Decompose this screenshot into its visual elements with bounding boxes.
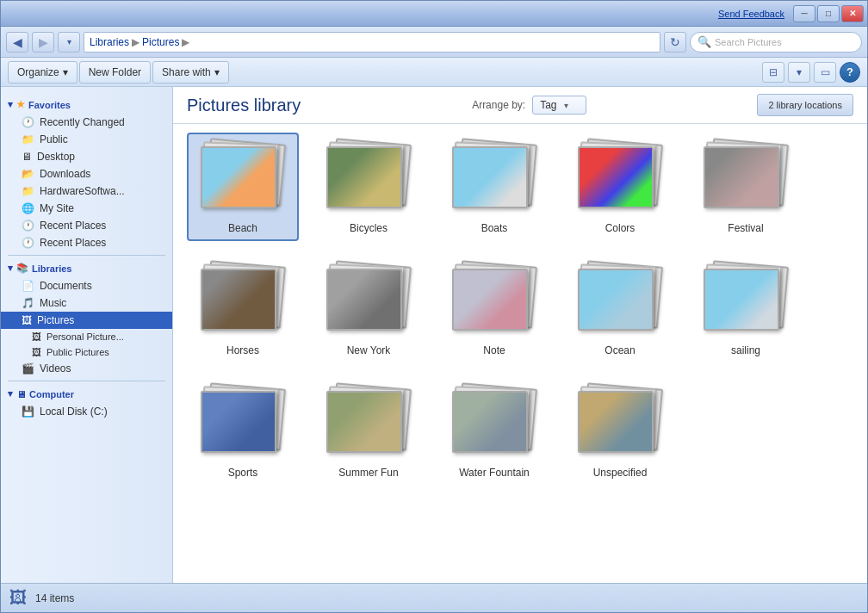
folder-item-bicycles[interactable]: Bicycles bbox=[313, 133, 425, 241]
organize-button[interactable]: Organize ▾ bbox=[8, 61, 78, 84]
hardwaresoftware-label: HardwareSoftwa... bbox=[40, 185, 125, 197]
main-content: Pictures library Arrange by: Tag 2 libra… bbox=[173, 87, 867, 583]
folder-label-unspecified: Unspecified bbox=[593, 467, 648, 479]
folder-thumbnail-beach bbox=[201, 146, 276, 208]
minimize-button[interactable]: ─ bbox=[793, 5, 815, 22]
sidebar-item-hardwaresoftware[interactable]: 📁 HardwareSoftwa... bbox=[1, 183, 172, 200]
sidebar-item-mysite[interactable]: 🌐 My Site bbox=[1, 200, 172, 217]
address-path[interactable]: Libraries ▶ Pictures ▶ bbox=[84, 32, 660, 53]
folder-item-sports[interactable]: Sports bbox=[187, 377, 299, 486]
refresh-button[interactable]: ↻ bbox=[664, 32, 686, 53]
personal-pictures-icon: 🖼 bbox=[32, 331, 41, 342]
back-button[interactable]: ◀ bbox=[6, 32, 28, 53]
sidebar-item-public-pictures[interactable]: 🖼 Public Pictures bbox=[1, 344, 172, 360]
recent-places-label: Recent Places bbox=[40, 220, 106, 232]
sidebar-divider-2 bbox=[8, 381, 165, 381]
share-with-button[interactable]: Share with ▾ bbox=[152, 61, 229, 84]
sidebar-section-favorites: ▾ ★ Favorites 🕐 Recently Changed 📁 Publi… bbox=[1, 96, 172, 251]
folder-item-sailing[interactable]: sailing bbox=[690, 255, 802, 363]
recently-changed-label: Recently Changed bbox=[40, 116, 125, 128]
recently-changed-icon: 🕐 bbox=[22, 116, 34, 128]
close-button[interactable]: ✕ bbox=[841, 5, 864, 22]
desktop-icon: 🖥 bbox=[22, 151, 32, 163]
computer-icon: 🖥 bbox=[16, 389, 26, 399]
arrange-label: Arrange by: bbox=[472, 99, 525, 111]
folder-label-note: Note bbox=[483, 344, 505, 356]
sidebar-item-desktop[interactable]: 🖥 Desktop bbox=[1, 148, 172, 165]
folder-item-summerfun[interactable]: Summer Fun bbox=[313, 377, 425, 486]
folder-label-horses: Horses bbox=[226, 344, 259, 356]
send-feedback-link[interactable]: Send Feedback bbox=[718, 9, 784, 19]
local-disk-icon: 💾 bbox=[22, 406, 34, 418]
sidebar-item-documents[interactable]: 📄 Documents bbox=[1, 277, 172, 294]
sidebar-libraries-label: Libraries bbox=[32, 263, 71, 274]
folder-thumbnail-unspecified bbox=[578, 391, 654, 453]
recent-places2-icon: 🕐 bbox=[22, 237, 34, 249]
mysite-icon: 🌐 bbox=[22, 202, 34, 214]
sidebar-favorites-header[interactable]: ▾ ★ Favorites bbox=[1, 96, 172, 114]
files-grid: BeachBicyclesBoatsColorsFestivalHorsesNe… bbox=[173, 124, 867, 583]
path-libraries[interactable]: Libraries bbox=[90, 36, 129, 48]
arrange-value: Tag bbox=[540, 99, 556, 111]
favorites-star-icon: ★ bbox=[16, 99, 25, 110]
sidebar-computer-label: Computer bbox=[29, 389, 74, 399]
forward-button[interactable]: ▶ bbox=[32, 32, 54, 53]
folder-label-festival: Festival bbox=[728, 222, 763, 234]
maximize-button[interactable]: □ bbox=[817, 5, 840, 22]
folder-item-festival[interactable]: Festival bbox=[690, 133, 802, 241]
folder-label-colors: Colors bbox=[605, 222, 636, 234]
folder-thumbnail-festival bbox=[704, 146, 779, 208]
documents-label: Documents bbox=[40, 280, 92, 292]
main-window: Send Feedback ─ □ ✕ ◀ ▶ ▾ Libraries ▶ Pi… bbox=[0, 0, 868, 613]
sidebar-libraries-header[interactable]: ▾ 📚 Libraries bbox=[1, 259, 172, 277]
organize-dropdown-arrow: ▾ bbox=[63, 66, 68, 78]
sidebar-item-personal-pictures[interactable]: 🖼 Personal Picture... bbox=[1, 329, 172, 344]
dropdown-button[interactable]: ▾ bbox=[58, 32, 80, 53]
folder-item-horses[interactable]: Horses bbox=[187, 255, 299, 363]
folder-label-ocean: Ocean bbox=[604, 344, 635, 356]
new-folder-button[interactable]: New Folder bbox=[79, 61, 151, 84]
sidebar-item-videos[interactable]: 🎬 Videos bbox=[1, 360, 172, 377]
search-placeholder: Search Pictures bbox=[715, 37, 782, 47]
computer-expand-arrow: ▾ bbox=[8, 388, 13, 399]
folder-thumbnail-sailing bbox=[704, 269, 779, 331]
folder-thumbnail-note bbox=[452, 269, 528, 331]
folder-label-summerfun: Summer Fun bbox=[338, 467, 398, 479]
sidebar-item-recently-changed[interactable]: 🕐 Recently Changed bbox=[1, 114, 172, 131]
sidebar-item-local-disk[interactable]: 💾 Local Disk (C:) bbox=[1, 403, 172, 420]
sidebar-section-computer: ▾ 🖥 Computer 💾 Local Disk (C:) bbox=[1, 385, 172, 420]
folder-item-newyork[interactable]: New York bbox=[313, 255, 425, 363]
locations-label: 2 library locations bbox=[768, 100, 842, 110]
folder-item-colors[interactable]: Colors bbox=[564, 133, 676, 241]
sidebar-item-public[interactable]: 📁 Public bbox=[1, 131, 172, 148]
folder-label-sports: Sports bbox=[228, 467, 258, 479]
sidebar-item-downloads[interactable]: 📂 Downloads bbox=[1, 165, 172, 183]
folder-item-boats[interactable]: Boats bbox=[438, 133, 550, 241]
status-count: 14 items bbox=[35, 592, 74, 604]
share-with-arrow: ▾ bbox=[214, 66, 220, 78]
folder-item-waterfountain[interactable]: Water Fountain bbox=[438, 377, 550, 486]
search-box[interactable]: 🔍 Search Pictures bbox=[690, 32, 862, 53]
preview-pane-button[interactable]: ▭ bbox=[814, 62, 836, 83]
path-pictures[interactable]: Pictures bbox=[142, 36, 179, 48]
mysite-label: My Site bbox=[40, 202, 74, 214]
help-button[interactable]: ? bbox=[840, 62, 860, 83]
folder-item-unspecified[interactable]: Unspecified bbox=[564, 377, 676, 486]
pictures-icon: 🖼 bbox=[22, 314, 32, 326]
folder-item-note[interactable]: Note bbox=[438, 255, 550, 363]
view-small-button[interactable]: ⊟ bbox=[762, 62, 784, 83]
sidebar-item-recent-places2[interactable]: 🕐 Recent Places bbox=[1, 234, 172, 251]
search-icon: 🔍 bbox=[698, 35, 711, 48]
videos-icon: 🎬 bbox=[22, 362, 34, 375]
view-dropdown-button[interactable]: ▾ bbox=[788, 62, 810, 83]
arrange-dropdown[interactable]: Tag bbox=[532, 96, 586, 115]
folder-thumbnail-boats bbox=[452, 146, 528, 208]
sidebar-item-pictures[interactable]: 🖼 Pictures bbox=[1, 312, 172, 329]
sidebar-computer-header[interactable]: ▾ 🖥 Computer bbox=[1, 385, 172, 403]
sidebar-item-recent-places[interactable]: 🕐 Recent Places bbox=[1, 217, 172, 234]
folder-item-ocean[interactable]: Ocean bbox=[564, 255, 676, 363]
folder-item-beach[interactable]: Beach bbox=[187, 133, 299, 241]
library-locations-button[interactable]: 2 library locations bbox=[757, 94, 853, 116]
new-folder-label: New Folder bbox=[89, 66, 141, 78]
sidebar-item-music[interactable]: 🎵 Music bbox=[1, 294, 172, 312]
